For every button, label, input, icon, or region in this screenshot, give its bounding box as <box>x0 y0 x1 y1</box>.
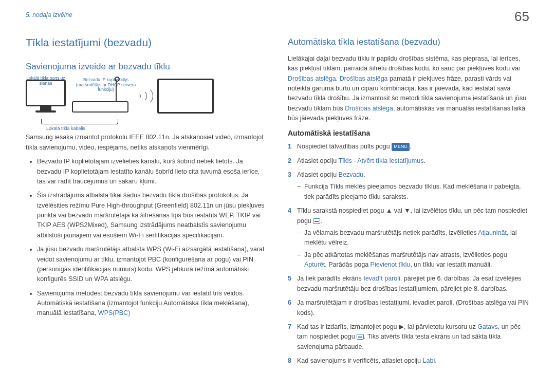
text: , un tīklu var iestatīt manuāli. <box>410 261 492 268</box>
step-text: Atlasiet opciju <box>297 171 339 178</box>
text: Lielākajai daļai bezvadu tīklu ir papild… <box>288 55 520 72</box>
wireless-link[interactable]: Bezvadu <box>339 171 364 178</box>
text: . <box>336 75 340 82</box>
text: Ja pēc atkārtotas meklēšanas maršrutētāj… <box>304 251 507 258</box>
step-text: Tīklu sarakstā nospiediet pogu ▲ vai ▼, … <box>297 207 527 224</box>
step-item: 7 Kad tas ir izdarīts, izmantojiet pogu … <box>288 322 529 352</box>
text: Ja vēlamais bezvadu maršrutētājs netiek … <box>304 229 478 236</box>
list-item: Ja jūsu bezvadu maršrutētājs atbalsta WP… <box>37 245 267 285</box>
security-key-link[interactable]: Drošības atslēga <box>345 105 393 112</box>
stop-link[interactable]: Apturēt <box>304 261 325 268</box>
page-number: 65 <box>514 6 529 27</box>
step-text: Nospiediet tālvadības pults pogu <box>297 143 392 150</box>
list-item: Šīs izstrādājums atbalsta tikai šādus be… <box>37 191 267 240</box>
step-text: . <box>423 157 425 164</box>
wall-port-label: Lokālā tīkla ports uz sienas <box>24 76 68 86</box>
section-title: Tīkla iestatījumi (bezvadu) <box>26 34 267 51</box>
paragraph: Lielākajai daļai bezvadu tīklu ir papild… <box>288 54 529 124</box>
step-item: 1 Nospiediet tālvadības pults pogu MENU. <box>288 142 529 152</box>
list-item: Savienojuma metodes: bezvadu tīkla savie… <box>37 289 267 319</box>
menu-key-badge: MENU <box>392 143 410 151</box>
left-column: Tīkla iestatījumi (bezvadu) Savienojuma … <box>26 34 267 370</box>
step-text: Ja maršrutētājam ir drošības iestatījumi… <box>297 299 529 316</box>
ok-link[interactable]: Labi <box>423 357 435 364</box>
intro-paragraph: Samsung iesaka izmantot protokolu IEEE 8… <box>26 133 267 153</box>
network-link[interactable]: Tīkls <box>338 157 351 164</box>
wifi-waves-icon <box>135 84 151 108</box>
enter-key-icon <box>357 334 364 340</box>
subsection-title: Automātiskā iestatīšana <box>288 128 529 139</box>
network-diagram: Lokālā tīkla ports uz sienas Bezvadu IP … <box>26 79 267 133</box>
display-illustration <box>157 79 214 114</box>
router-illustration: Bezvadu IP koplietotājs (maršrutētājs ar… <box>72 80 128 113</box>
step-text: . <box>363 171 365 178</box>
step-item: 5 Ja tiek parādīts ekrāns Ievadīt paroli… <box>288 274 529 294</box>
step-substep: Funkcija Tīkls meklēs pieejamos bezvadu … <box>297 182 529 202</box>
step-substep: Ja vēlamais bezvadu maršrutētājs netiek … <box>297 228 529 248</box>
done-link[interactable]: Gatavs <box>477 323 498 330</box>
content-columns: Tīkla iestatījumi (bezvadu) Savienojuma … <box>26 34 529 370</box>
step-item: 8 Kad savienojums ir verificēts, atlasie… <box>288 356 529 366</box>
right-column: Automātiska tīkla iestatīšana (bezvadu) … <box>288 34 529 370</box>
step-text: Kad tas ir izdarīts, izmantojiet pogu ▶,… <box>297 323 477 330</box>
list-item: Bezvadu IP koplietotājam izvēlieties kan… <box>37 157 267 186</box>
step-text: Kad savienojums ir verificēts, atlasiet … <box>297 357 423 364</box>
step-item: 4 Tīklu sarakstā nospiediet pogu ▲ vai ▼… <box>288 206 529 270</box>
step-substep: Ja pēc atkārtotas meklēšanas maršrutētāj… <box>297 250 529 270</box>
step-text: Atlasiet opciju <box>297 157 338 164</box>
enter-key-icon <box>313 218 320 224</box>
router-label: Bezvadu IP koplietotājs (maršrutētājs ar… <box>75 78 137 92</box>
step-text: . <box>410 143 411 150</box>
step-item: 3 Atlasiet opciju Bezvadu. Funkcija Tīkl… <box>288 170 529 202</box>
lan-cable-illustration <box>41 119 118 124</box>
step-text: - <box>352 157 357 164</box>
lan-cable-label: Lokālā tīkla kabelis <box>46 125 267 133</box>
list-text: Savienojuma metodes: bezvadu tīkla savie… <box>37 290 244 297</box>
wall-port-illustration: Lokālā tīkla ports uz sienas <box>26 80 66 113</box>
add-network-link[interactable]: Pievienot tīklu <box>371 261 411 268</box>
breadcrumb: 5. nodaļa Izvēlne <box>26 10 529 20</box>
refresh-link[interactable]: Atjaunināt <box>478 229 507 236</box>
steps-list: 1 Nospiediet tālvadības pults pogu MENU.… <box>288 142 529 366</box>
section-title: Automātiska tīkla iestatīšana (bezvadu) <box>288 35 529 49</box>
security-key-link[interactable]: Drošības atslēga <box>340 75 388 82</box>
wps-pbc-link[interactable]: WPS(PBC) <box>98 309 131 316</box>
section-subtitle: Savienojuma izveide ar bezvadu tīklu <box>26 60 267 73</box>
step-text: Ja tiek parādīts ekrāns <box>297 275 363 282</box>
open-network-settings-link[interactable]: Atvērt tīkla iestatījumus <box>357 157 423 164</box>
step-item: 6 Ja maršrutētājam ir drošības iestatīju… <box>288 298 529 318</box>
step-text: . <box>435 357 436 364</box>
enter-password-link[interactable]: Ievadīt paroli <box>363 275 400 282</box>
list-text: Automātiskā iestatīšana (izmantojot funk… <box>37 300 249 316</box>
step-item: 2 Atlasiet opciju Tīkls - Atvērt tīkla i… <box>288 156 529 166</box>
text: . Parādās poga <box>325 261 370 268</box>
security-key-link[interactable]: Drošības atslēga <box>288 75 336 82</box>
step-text: . <box>320 217 322 225</box>
notes-list: Bezvadu IP koplietotājam izvēlieties kan… <box>26 157 267 319</box>
